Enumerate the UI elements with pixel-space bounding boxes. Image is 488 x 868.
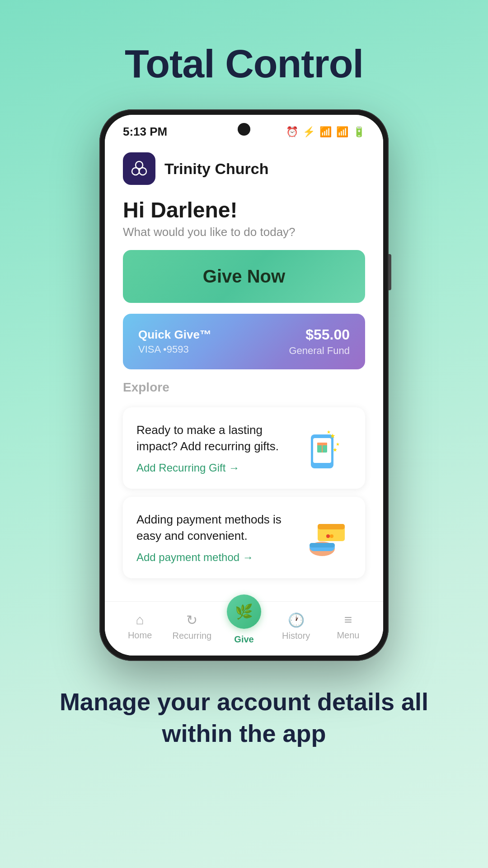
nav-recurring-label: Recurring xyxy=(172,631,211,641)
signal-icon: 📶 xyxy=(336,126,348,138)
bottom-nav: ⌂ Home ↻ Recurring 🌿 Give 🕐 History ≡ Me… xyxy=(105,601,383,656)
quick-give-card-number: VISA •9593 xyxy=(138,344,211,355)
bluetooth-icon: ⚡ xyxy=(303,126,315,138)
quick-give-right: $55.00 General Fund xyxy=(289,326,350,357)
recurring-gift-card[interactable]: Ready to make a lasting impact? Add recu… xyxy=(123,407,365,489)
page-title: Total Control xyxy=(125,41,363,87)
svg-point-15 xyxy=(330,534,333,538)
history-icon: 🕐 xyxy=(288,612,305,628)
svg-point-1 xyxy=(132,168,139,175)
quick-give-fund: General Fund xyxy=(289,345,350,357)
payment-method-illustration xyxy=(297,510,352,565)
quick-give-label: Quick Give™ xyxy=(138,328,211,342)
church-header: Trinity Church xyxy=(123,152,365,185)
app-content: Trinity Church Hi Darlene! What would yo… xyxy=(105,143,383,601)
quick-give-left: Quick Give™ VISA •9593 xyxy=(138,328,211,355)
add-recurring-gift-link[interactable]: Add Recurring Gift → xyxy=(136,462,288,474)
explore-section: Explore xyxy=(123,380,365,396)
svg-text:★: ★ xyxy=(327,429,331,434)
payment-method-text: Adding payment methods is easy and conve… xyxy=(136,511,297,564)
nav-history[interactable]: 🕐 History xyxy=(270,612,322,641)
quick-give-amount: $55.00 xyxy=(289,326,350,343)
explore-cards: Ready to make a lasting impact? Add recu… xyxy=(123,407,365,578)
svg-point-2 xyxy=(139,168,146,175)
nav-home[interactable]: ⌂ Home xyxy=(114,612,166,641)
church-name: Trinity Church xyxy=(164,160,268,178)
payment-method-card[interactable]: Adding payment methods is easy and conve… xyxy=(123,497,365,578)
quick-give-card[interactable]: Quick Give™ VISA •9593 $55.00 General Fu… xyxy=(123,314,365,369)
svg-rect-13 xyxy=(318,524,345,529)
give-circle[interactable]: 🌿 xyxy=(227,594,261,629)
svg-text:★: ★ xyxy=(336,442,340,447)
recurring-icon: ↻ xyxy=(186,612,197,628)
give-now-label: Give Now xyxy=(203,266,285,286)
explore-label: Explore xyxy=(123,380,365,395)
greeting-subtitle: What would you like to do today? xyxy=(123,225,365,239)
recurring-gift-illustration: ★ ★ ★ ★ xyxy=(297,421,352,475)
alarm-icon: ⏰ xyxy=(286,126,298,138)
svg-point-14 xyxy=(326,534,330,538)
menu-icon: ≡ xyxy=(344,612,352,627)
wifi-icon: 📶 xyxy=(319,126,332,138)
status-bar: 5:13 PM ⏰ ⚡ 📶 📶 🔋 xyxy=(105,115,383,143)
recurring-gift-text: Ready to make a lasting impact? Add recu… xyxy=(136,422,297,475)
add-payment-method-link[interactable]: Add payment method → xyxy=(136,551,288,564)
nav-menu[interactable]: ≡ Menu xyxy=(322,612,374,641)
give-icon: 🌿 xyxy=(235,603,253,620)
camera-notch xyxy=(238,123,250,136)
nav-give[interactable]: 🌿 Give xyxy=(218,608,270,645)
status-time: 5:13 PM xyxy=(123,125,167,139)
greeting-hi: Hi Darlene! xyxy=(123,198,365,222)
recurring-gift-desc: Ready to make a lasting impact? Add recu… xyxy=(136,422,288,455)
svg-rect-18 xyxy=(310,543,335,547)
give-now-button[interactable]: Give Now xyxy=(123,250,365,303)
nav-give-label: Give xyxy=(234,634,253,645)
church-logo xyxy=(123,152,155,185)
status-icons: ⏰ ⚡ 📶 📶 🔋 xyxy=(286,126,365,138)
phone-mockup: 5:13 PM ⏰ ⚡ 📶 📶 🔋 xyxy=(99,109,389,661)
nav-home-label: Home xyxy=(128,630,152,641)
home-icon: ⌂ xyxy=(136,612,144,627)
nav-history-label: History xyxy=(282,631,310,641)
nav-menu-label: Menu xyxy=(337,630,359,641)
battery-icon: 🔋 xyxy=(353,126,365,138)
greeting-section: Hi Darlene! What would you like to do to… xyxy=(123,198,365,239)
payment-method-desc: Adding payment methods is easy and conve… xyxy=(136,511,288,544)
nav-recurring[interactable]: ↻ Recurring xyxy=(166,612,218,641)
bottom-caption: Manage your account details all within t… xyxy=(0,686,488,749)
svg-text:★: ★ xyxy=(333,447,338,453)
